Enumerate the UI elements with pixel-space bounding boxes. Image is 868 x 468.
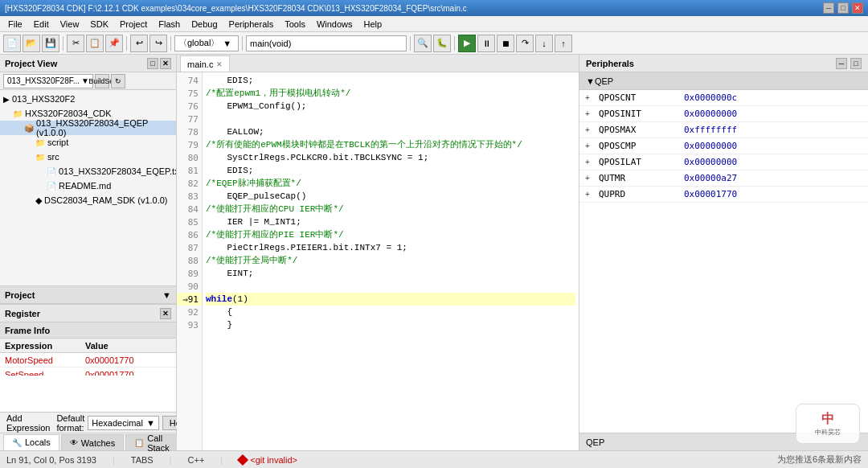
code-line[interactable]: {: [206, 306, 575, 318]
peri-maximize-btn[interactable]: □: [850, 58, 862, 69]
code-line[interactable]: /*所有使能的ePWM模块时钟都是在TBCLK的第一个上升沿对齐的情况下开始的*…: [206, 138, 575, 151]
tree-item[interactable]: 📁 src: [0, 150, 176, 164]
code-line[interactable]: /*使能打开相应的PIE IER中断*/: [206, 228, 575, 241]
code-line[interactable]: PieCtrlRegs.PIEIER1.bit.INTx7 = 1;: [206, 241, 575, 254]
menu-item-edit[interactable]: Edit: [29, 18, 54, 31]
toolbar-search[interactable]: 🔍: [414, 35, 432, 52]
maximize-button[interactable]: □: [837, 2, 849, 14]
tree-item[interactable]: ◆ DSC28034_RAM_SDK (v1.0.0): [0, 193, 176, 207]
close-button[interactable]: ✕: [852, 2, 863, 14]
toolbar-paste[interactable]: 📌: [105, 35, 123, 52]
toolbar-redo[interactable]: ↪: [149, 35, 167, 52]
tree-item[interactable]: 📄 README.md: [0, 179, 176, 193]
qep-row[interactable]: + QPOSCMP 0x00000000: [579, 138, 868, 154]
toolbar-save[interactable]: 💾: [42, 35, 59, 52]
frame-row-1[interactable]: MotorSpeed 0x00001770: [0, 353, 176, 367]
menu-item-help[interactable]: Help: [359, 18, 387, 31]
code-line[interactable]: EALLOW;: [206, 125, 575, 138]
qep-register-value: 0x0000000c: [676, 92, 868, 103]
qep-expand-icon[interactable]: +: [579, 158, 596, 166]
qep-expand-icon[interactable]: +: [579, 125, 596, 134]
qep-rows: + QPOSCNT 0x0000000c + QPOSINIT 0x000000…: [579, 90, 868, 433]
code-line[interactable]: IER |= M_INT1;: [206, 216, 575, 228]
build-set-btn[interactable]: BuildSet: [95, 74, 109, 88]
code-line[interactable]: /*配置epwm1，用于模拟电机转动*/: [206, 87, 575, 100]
title-bar: [HXS320F28034 CDK] F:\2.12.1 CDK example…: [0, 0, 868, 16]
frame-row-2[interactable]: SetSpeed 0x00001770: [0, 367, 176, 376]
project-tab[interactable]: Project ▼: [0, 286, 176, 304]
menu-item-debug[interactable]: Debug: [186, 18, 222, 31]
menu-item-project[interactable]: Project: [115, 18, 152, 31]
qep-expand-icon[interactable]: +: [579, 142, 596, 150]
menu-item-windows[interactable]: Windows: [312, 18, 358, 31]
qep-expand-icon[interactable]: +: [579, 174, 596, 183]
qep-row[interactable]: + QUPRD 0x00001770: [579, 187, 868, 203]
code-line[interactable]: EINT;: [206, 267, 575, 280]
bottom-tab-call-stack[interactable]: 📋Call Stack: [125, 434, 178, 450]
toolbar-step-out[interactable]: ↑: [555, 35, 572, 52]
code-line[interactable]: while(1): [206, 293, 575, 306]
editor-tab-main.c[interactable]: main.c✕: [180, 55, 230, 72]
sidebar-refresh-btn[interactable]: ↻: [111, 74, 125, 88]
code-line[interactable]: [206, 280, 575, 293]
qep-row[interactable]: + QPOSINIT 0x00000000: [579, 106, 868, 122]
sidebar-header-controls: □ ✕: [147, 58, 171, 69]
sidebar-float-button[interactable]: □: [147, 58, 158, 69]
code-line[interactable]: EDIS;: [206, 164, 575, 177]
qep-row[interactable]: + QUTMR 0x00000a27: [579, 170, 868, 187]
menu-item-peripherals[interactable]: Peripherals: [224, 18, 279, 31]
tree-item[interactable]: 📄 013_HXS320F28034_EQEP.txt: [0, 164, 176, 179]
toolbar-debug[interactable]: 🐛: [433, 35, 451, 52]
minimize-button[interactable]: ─: [823, 2, 834, 14]
bottom-tab-watches[interactable]: 👁Watches: [61, 434, 124, 450]
register-close-btn[interactable]: ✕: [160, 308, 171, 319]
toolbar-open[interactable]: 📂: [23, 35, 40, 52]
run-button[interactable]: ▶: [458, 35, 476, 52]
qep-expand-icon[interactable]: +: [579, 190, 596, 199]
toolbar-copy[interactable]: 📋: [86, 35, 104, 52]
toolbar-pause[interactable]: ⏸: [477, 35, 495, 52]
global-scope-dropdown[interactable]: 〈global〉 ▼: [174, 35, 239, 51]
tab-close-button[interactable]: ✕: [216, 60, 223, 68]
tree-item[interactable]: ▶ 013_HXS320F2: [0, 92, 176, 106]
menu-item-sdk[interactable]: SDK: [85, 18, 113, 31]
peri-minimize-btn[interactable]: ─: [836, 58, 847, 69]
code-content[interactable]: EDIS; /*配置epwm1，用于模拟电机转动*/ EPWM1_Config(…: [203, 72, 579, 450]
menu-item-file[interactable]: File: [3, 18, 27, 31]
code-line[interactable]: EPWM1_Config();: [206, 100, 575, 113]
qep-section-header[interactable]: ▼ QEP: [579, 72, 868, 90]
format-dropdown[interactable]: Hexadecimal ▼: [88, 416, 158, 430]
code-line[interactable]: /*使能打开相应的CPU IER中断*/: [206, 203, 575, 216]
qep-expand-icon[interactable]: +: [579, 109, 596, 118]
toolbar-undo[interactable]: ↩: [130, 35, 148, 52]
code-line[interactable]: SysCtrlRegs.PCLKCR0.bit.TBCLKSYNC = 1;: [206, 151, 575, 164]
code-line[interactable]: EQEP_pulseCap(): [206, 190, 575, 203]
code-line[interactable]: /*使能打开全局中断*/: [206, 254, 575, 267]
menu-item-flash[interactable]: Flash: [154, 18, 185, 31]
menu-item-view[interactable]: View: [55, 18, 84, 31]
qep-row[interactable]: + QPOSMAX 0xffffffff: [579, 122, 868, 138]
sidebar-close-button[interactable]: ✕: [160, 58, 171, 69]
bottom-tab-locals[interactable]: 🔧Locals: [3, 434, 59, 450]
function-dropdown[interactable]: main(void): [246, 35, 407, 51]
qep-register-name: QUPRD: [596, 189, 676, 199]
menu-item-tools[interactable]: Tools: [280, 18, 310, 31]
toolbar-cut[interactable]: ✂: [67, 35, 84, 52]
register-tab[interactable]: Register ✕: [0, 304, 176, 322]
qep-row[interactable]: + QPOSILAT 0x00000000: [579, 154, 868, 170]
project-dropdown[interactable]: 013_HXS320F28F... ▼: [3, 74, 93, 88]
code-line[interactable]: }: [206, 318, 575, 331]
code-line[interactable]: EDIS;: [206, 74, 575, 87]
toolbar-new[interactable]: 📄: [3, 35, 21, 52]
line-number: 83: [177, 190, 202, 203]
toolbar-step-over[interactable]: ↷: [516, 35, 534, 52]
qep-expand-icon[interactable]: +: [579, 93, 596, 102]
add-expression-button[interactable]: Add Expression: [3, 412, 53, 434]
code-line[interactable]: /*EQEP脉冲捕获配置*/: [206, 177, 575, 190]
toolbar-step-in[interactable]: ↓: [535, 35, 553, 52]
right-panel: Peripherals ─ □ ▼ QEP + QPOSCNT 0x000000…: [579, 55, 868, 450]
toolbar-stop[interactable]: ⏹: [497, 35, 514, 52]
tree-item[interactable]: 📦 013_HXS320F28034_EQEP (v1.0.0): [0, 121, 176, 135]
code-line[interactable]: [206, 113, 575, 125]
qep-row[interactable]: + QPOSCNT 0x0000000c: [579, 90, 868, 106]
